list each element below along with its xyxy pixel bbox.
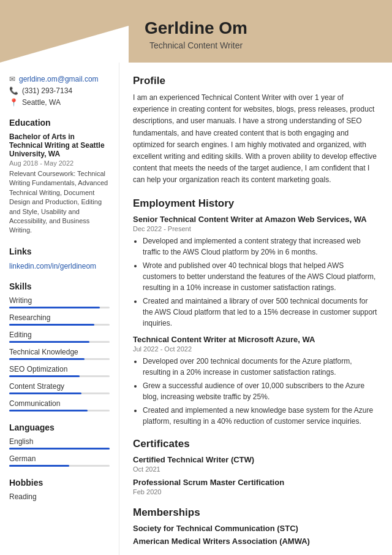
coursework-text: Technical Writing Fundamentals, Advanced… [9, 170, 108, 234]
certs-list: Certified Technical Writer (CTW) Oct 202… [133, 455, 379, 496]
skill-label: SEO Optimization [9, 365, 110, 373]
skill-bar [9, 307, 110, 308]
language-item: English [9, 437, 110, 450]
profile-text: I am an experienced Technical Content Wr… [133, 92, 379, 186]
email-item: ✉ gerldine.om@gmail.com [9, 75, 110, 83]
main-content: Profile I am an experienced Technical Co… [119, 63, 392, 555]
header-triangle-left [0, 26, 129, 63]
edu-coursework: Relevant Coursework: Technical Writing F… [9, 169, 110, 235]
skill-item: Editing [9, 331, 110, 343]
certificates-title: Certificates [133, 438, 379, 450]
resume: Gerldine Om Technical Content Writer ✉ g… [0, 0, 392, 555]
profile-title: Profile [133, 75, 379, 87]
edu-date: Aug 2018 - May 2022 [9, 159, 110, 167]
jobs-list: Senior Technical Content Writer at Amazo… [133, 215, 379, 427]
coursework-label: Relevant Coursework: [9, 170, 77, 177]
skill-fill [9, 341, 89, 343]
job-date: Jul 2022 - Oct 2022 [133, 345, 379, 353]
skill-item: SEO Optimization [9, 365, 110, 377]
skill-fill [9, 410, 88, 411]
lang-fill [9, 448, 110, 450]
links-title: Links [9, 247, 110, 256]
contact-section: ✉ gerldine.om@gmail.com 📞 (331) 293-7134… [9, 75, 110, 107]
hobbies-list: Reading [9, 492, 110, 501]
certificates-section: Certificates Certified Technical Writer … [133, 438, 379, 496]
skill-fill [9, 324, 94, 326]
linkedin-link[interactable]: linkedin.com/in/gerldineom [9, 262, 96, 270]
employment-section: Employment History Senior Technical Cont… [133, 197, 379, 427]
skill-item: Technical Knowledge [9, 348, 110, 360]
phone-icon: 📞 [9, 86, 18, 95]
job-title: Senior Technical Content Writer at Amazo… [133, 215, 379, 224]
bullet-item: Developed and implemented a content stra… [143, 235, 379, 258]
membership-item: American Medical Writers Association (AM… [133, 537, 379, 546]
sidebar: ✉ gerldine.om@gmail.com 📞 (331) 293-7134… [0, 63, 119, 555]
cert-name: Professional Scrum Master Certification [133, 478, 379, 487]
language-item: German [9, 454, 110, 467]
bullet-item: Created and maintained a library of over… [143, 296, 379, 329]
bullet-item: Created and implemented a new knowledge … [143, 405, 379, 427]
edu-degree: Bachelor of Arts in Technical Writing at… [9, 132, 110, 158]
job-item: Senior Technical Content Writer at Amazo… [133, 215, 379, 329]
skills-list: Writing Researching Editing Technical Kn… [9, 296, 110, 411]
lang-label: German [9, 454, 110, 463]
memberships-list: Society for Technical Communication (STC… [133, 524, 379, 546]
links-section: Links linkedin.com/in/gerldineom [9, 247, 110, 270]
phone-text: (331) 293-7134 [22, 86, 72, 95]
skill-label: Researching [9, 313, 110, 322]
skill-item: Researching [9, 313, 110, 326]
location-text: Seattle, WA [22, 98, 61, 107]
membership-item: Society for Technical Communication (STC… [133, 524, 379, 533]
header: Gerldine Om Technical Content Writer [0, 0, 392, 63]
employment-title: Employment History [133, 197, 379, 210]
location-icon: 📍 [9, 98, 18, 107]
skill-bar [9, 358, 110, 360]
skill-bar [9, 341, 110, 343]
email-link[interactable]: gerldine.om@gmail.com [19, 75, 99, 83]
cert-date: Oct 2021 [133, 465, 379, 473]
cert-item: Professional Scrum Master Certification … [133, 478, 379, 496]
hobbies-title: Hobbies [9, 478, 110, 488]
phone-item: 📞 (331) 293-7134 [9, 86, 110, 95]
cert-date: Feb 2020 [133, 488, 379, 496]
languages-list: English German [9, 437, 110, 467]
skills-title: Skills [9, 281, 110, 291]
skill-fill [9, 307, 100, 308]
hobby-item: Reading [9, 492, 110, 501]
skill-fill [9, 375, 80, 377]
skill-label: Writing [9, 296, 110, 305]
skill-bar [9, 392, 110, 394]
skill-bar [9, 324, 110, 326]
job-bullets: Developed and implemented a content stra… [143, 235, 379, 329]
skill-fill [9, 392, 81, 394]
skill-item: Content Strategy [9, 382, 110, 394]
skill-item: Writing [9, 296, 110, 308]
languages-title: Languages [9, 423, 110, 432]
languages-section: Languages English German [9, 423, 110, 467]
job-bullets: Developed over 200 technical documents f… [143, 356, 379, 427]
cert-name: Certified Technical Writer (CTW) [133, 455, 379, 464]
education-section: Education Bachelor of Arts in Technical … [9, 118, 110, 235]
location-item: 📍 Seattle, WA [9, 98, 110, 107]
body: ✉ gerldine.om@gmail.com 📞 (331) 293-7134… [0, 63, 392, 555]
bullet-item: Developed over 200 technical documents f… [143, 356, 379, 378]
lang-bar [9, 465, 110, 467]
profile-section: Profile I am an experienced Technical Co… [133, 75, 379, 186]
bullet-item: Wrote and published over 40 technical bl… [143, 260, 379, 293]
email-icon: ✉ [9, 75, 15, 83]
lang-fill [9, 465, 69, 467]
lang-bar [9, 448, 110, 450]
job-title: Technical Content Writer at Microsoft Az… [133, 335, 379, 344]
job-item: Technical Content Writer at Microsoft Az… [133, 335, 379, 427]
skill-label: Content Strategy [9, 382, 110, 391]
skill-fill [9, 358, 85, 360]
skill-label: Technical Knowledge [9, 348, 110, 356]
memberships-title: Memberships [133, 507, 379, 519]
skill-bar [9, 410, 110, 411]
skills-section: Skills Writing Researching Editing Techn… [9, 281, 110, 411]
skill-bar [9, 375, 110, 377]
hobbies-section: Hobbies Reading [9, 478, 110, 501]
skill-label: Communication [9, 399, 110, 408]
skill-item: Communication [9, 399, 110, 411]
memberships-section: Memberships Society for Technical Commun… [133, 507, 379, 546]
